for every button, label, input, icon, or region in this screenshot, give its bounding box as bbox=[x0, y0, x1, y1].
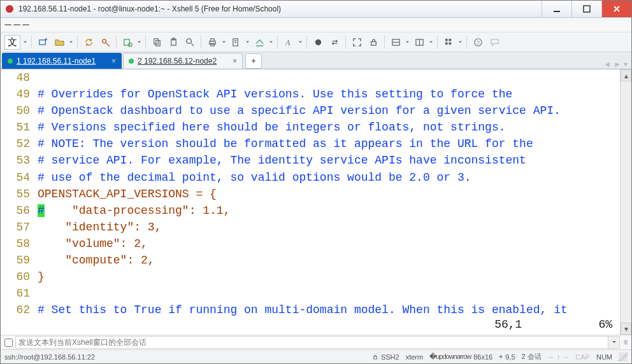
log-dropdown[interactable] bbox=[245, 40, 250, 45]
maximize-button[interactable] bbox=[571, 1, 601, 17]
properties-dropdown[interactable] bbox=[137, 40, 141, 45]
svg-point-16 bbox=[186, 38, 191, 43]
layout-h-dropdown[interactable] bbox=[405, 40, 410, 45]
statusbar: ssh://root@192.168.56.11:22 SSH2 xterm �… bbox=[1, 349, 631, 363]
copy-icon[interactable] bbox=[150, 35, 164, 49]
code-line: "compute": 2, bbox=[38, 252, 620, 269]
find-icon[interactable] bbox=[183, 35, 197, 49]
code-line: # service API. For example, The identity… bbox=[38, 152, 620, 169]
layout-h-icon[interactable] bbox=[389, 35, 403, 49]
broadcast-checkbox[interactable] bbox=[4, 339, 13, 347]
lock-icon[interactable] bbox=[366, 35, 380, 49]
close-button[interactable] bbox=[601, 1, 631, 17]
session-tab-1[interactable]: 1 192.168.56.11-node1 × bbox=[2, 53, 122, 69]
status-cursor: ⌖9,5 bbox=[499, 353, 515, 361]
print-icon[interactable] bbox=[205, 35, 219, 49]
tab-prev-icon[interactable]: ◄ bbox=[603, 60, 611, 69]
titlebar[interactable]: 192.168.56.11-node1 - root@linux-node1:~… bbox=[1, 1, 631, 18]
line-number: 62 bbox=[1, 302, 38, 318]
reconnect-icon[interactable] bbox=[82, 35, 96, 49]
disconnect-icon[interactable] bbox=[98, 35, 112, 49]
svg-rect-19 bbox=[210, 38, 214, 41]
menubar[interactable] bbox=[1, 18, 631, 32]
svg-rect-2 bbox=[584, 6, 590, 12]
open-session-icon[interactable] bbox=[52, 35, 66, 49]
broadcast-dropdown[interactable] bbox=[608, 336, 620, 349]
code-line: "identity": 3, bbox=[38, 219, 620, 235]
svg-rect-1 bbox=[554, 11, 560, 12]
vim-percent: 6% bbox=[598, 318, 612, 331]
svg-rect-26 bbox=[371, 41, 376, 45]
line-number: 48 bbox=[1, 69, 38, 86]
chat-icon[interactable] bbox=[487, 35, 501, 49]
tab-label: 1 192.168.56.11-node1 bbox=[17, 57, 96, 66]
tab-close-icon[interactable]: × bbox=[111, 57, 116, 66]
encoding-dropdown[interactable] bbox=[23, 40, 27, 45]
properties-icon[interactable] bbox=[120, 35, 134, 49]
svg-text:?: ? bbox=[477, 39, 480, 46]
terminal[interactable]: 48 49# Overrides for OpenStack API versi… bbox=[1, 69, 620, 335]
svg-rect-33 bbox=[445, 42, 447, 45]
log-icon[interactable] bbox=[229, 35, 243, 49]
tab-menu-icon[interactable]: ▾ bbox=[624, 60, 628, 69]
tab-close-icon[interactable]: × bbox=[233, 57, 237, 66]
tile-dropdown[interactable] bbox=[458, 40, 463, 45]
scroll-up-icon[interactable]: ▴ bbox=[621, 69, 631, 81]
resize-grip-icon[interactable] bbox=[619, 353, 628, 361]
code-line: } bbox=[38, 269, 620, 285]
line-number: 54 bbox=[1, 169, 38, 186]
line-number: 53 bbox=[1, 152, 38, 169]
code-line: "volume": 2, bbox=[38, 235, 620, 252]
xftp-icon[interactable] bbox=[252, 35, 266, 49]
line-number: 51 bbox=[1, 119, 38, 136]
line-number: 58 bbox=[1, 235, 38, 252]
broadcast-input[interactable] bbox=[15, 336, 608, 349]
open-dropdown[interactable] bbox=[69, 40, 73, 45]
new-session-icon[interactable] bbox=[36, 35, 50, 49]
svg-rect-37 bbox=[373, 356, 377, 359]
svg-rect-31 bbox=[445, 38, 447, 41]
status-protocol: SSH2 bbox=[372, 353, 399, 361]
line-number: 60 bbox=[1, 269, 38, 285]
scrollbar[interactable]: ▴ ▾ bbox=[620, 69, 631, 335]
code-line: # OpenStack dashboard to use a specific … bbox=[38, 102, 620, 119]
line-number: 49 bbox=[1, 86, 38, 102]
code-line: # Overrides for OpenStack API versions. … bbox=[38, 86, 620, 102]
layout-v-dropdown[interactable] bbox=[429, 40, 433, 45]
svg-rect-32 bbox=[449, 38, 451, 41]
status-dot-icon bbox=[129, 59, 134, 64]
tab-nav: ◄ ► ▾ bbox=[603, 60, 628, 69]
session-tab-2[interactable]: 2 192.168.56.12-node2 × bbox=[123, 53, 243, 69]
svg-point-0 bbox=[6, 5, 13, 13]
font-dropdown[interactable] bbox=[298, 40, 303, 45]
line-number: 50 bbox=[1, 102, 38, 119]
help-icon[interactable]: ? bbox=[471, 35, 485, 49]
status-dot-icon bbox=[8, 59, 13, 64]
svg-text:A: A bbox=[284, 38, 290, 47]
window-title: 192.168.56.11-node1 - root@linux-node1:~… bbox=[18, 4, 542, 13]
layout-v-icon[interactable] bbox=[412, 35, 426, 49]
print-dropdown[interactable] bbox=[222, 40, 226, 45]
tabstrip: 1 192.168.56.11-node1 × 2 192.168.56.12-… bbox=[1, 52, 631, 69]
font-icon[interactable]: A bbox=[282, 35, 296, 49]
scroll-down-icon[interactable]: ▾ bbox=[621, 323, 631, 335]
status-nav[interactable]: ← ↑ → bbox=[548, 353, 570, 361]
tab-next-icon[interactable]: ► bbox=[614, 60, 621, 69]
add-tab-button[interactable]: + bbox=[245, 53, 262, 69]
broadcast-menu-icon[interactable]: ≡ bbox=[620, 338, 631, 347]
code-line: OPENSTACK_API_VERSIONS = { bbox=[38, 186, 620, 202]
xftp-dropdown[interactable] bbox=[269, 40, 273, 45]
tab-label: 2 192.168.56.12-node2 bbox=[138, 57, 217, 66]
minimize-button[interactable] bbox=[542, 1, 571, 17]
terminal-area: 48 49# Overrides for OpenStack API versi… bbox=[1, 69, 631, 335]
code-line: # "data-processing": 1.1, bbox=[38, 202, 620, 219]
status-term: xterm bbox=[406, 353, 424, 361]
encoding-button[interactable]: 文 bbox=[4, 35, 20, 50]
fullscreen-icon[interactable] bbox=[350, 35, 364, 49]
vim-cursor-pos: 56,1 bbox=[494, 318, 522, 331]
send-bar: ≡ bbox=[1, 335, 631, 349]
tile-icon[interactable] bbox=[442, 35, 456, 49]
transfer-icon[interactable] bbox=[327, 35, 341, 49]
paste-icon[interactable] bbox=[166, 35, 180, 49]
color-scheme-icon[interactable] bbox=[311, 35, 325, 49]
